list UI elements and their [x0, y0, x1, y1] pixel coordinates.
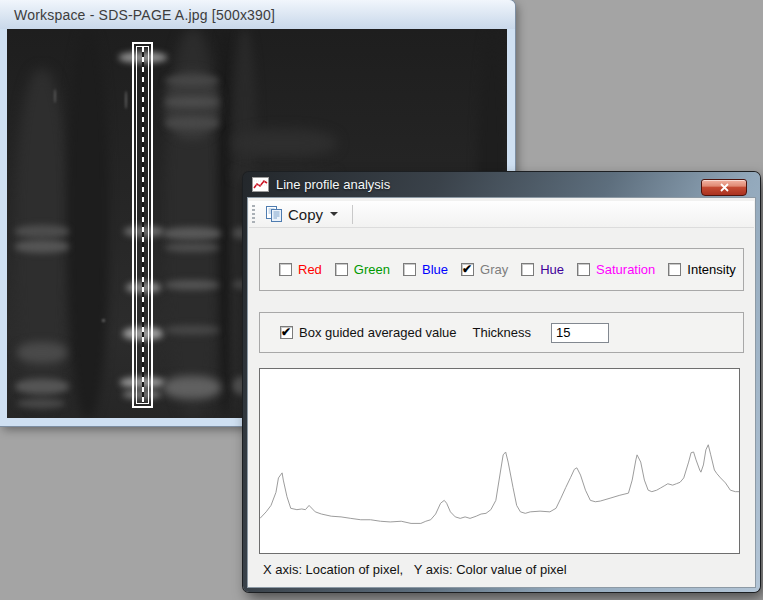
gel-band	[67, 29, 109, 418]
channel-label-saturation[interactable]: Saturation	[596, 262, 655, 277]
gel-band	[165, 76, 219, 85]
toolbar-separator	[352, 205, 353, 224]
checkbox-green[interactable]	[335, 263, 348, 276]
line-chart-icon	[252, 177, 269, 192]
toolbar-grip-icon[interactable]	[252, 205, 255, 223]
channel-item-saturation: Saturation	[577, 262, 655, 277]
channel-label-hue[interactable]: Hue	[540, 262, 564, 277]
checkbox-intensity[interactable]	[668, 263, 681, 276]
gel-band	[165, 325, 219, 335]
gel-band	[15, 379, 69, 394]
dialog-title: Line profile analysis	[276, 177, 390, 192]
channel-item-blue: Blue	[403, 262, 448, 277]
box-guided-group: Box guided averaged value Thickness	[259, 312, 744, 353]
checkbox-gray[interactable]	[461, 263, 474, 276]
profile-line	[260, 445, 739, 524]
gel-band	[15, 240, 69, 253]
gel-band	[15, 225, 69, 238]
gel-band	[165, 117, 219, 129]
profile-selection-box[interactable]	[132, 42, 153, 408]
close-icon	[720, 183, 729, 192]
channel-label-green[interactable]: Green	[354, 262, 390, 277]
close-button[interactable]	[701, 179, 747, 196]
channel-label-red[interactable]: Red	[298, 262, 322, 277]
gel-band	[232, 129, 337, 157]
gel-band	[17, 399, 65, 408]
channel-group: Red Green Blue Gray Hue	[259, 248, 744, 291]
checkbox-hue[interactable]	[521, 263, 534, 276]
checkbox-red[interactable]	[279, 263, 292, 276]
dialog-client-area: Copy Red Green Blue	[247, 197, 756, 588]
workspace-titlebar[interactable]: Workspace - SDS-PAGE A.jpg [500x390]	[0, 0, 515, 29]
channel-item-gray: Gray	[461, 262, 508, 277]
gel-band	[165, 97, 219, 107]
thickness-label: Thickness	[473, 325, 532, 340]
gel-band	[102, 319, 105, 322]
box-guided-label[interactable]: Box guided averaged value	[299, 325, 457, 340]
workspace-title: Workspace - SDS-PAGE A.jpg [500x390]	[14, 7, 275, 23]
gel-band	[125, 91, 127, 109]
channel-item-hue: Hue	[521, 262, 564, 277]
gel-band	[218, 29, 232, 418]
gel-band	[165, 243, 219, 252]
desktop: Workspace - SDS-PAGE A.jpg [500x390] Lin…	[0, 0, 763, 600]
channel-item-green: Green	[335, 262, 390, 277]
channel-item-intensity: Intensity	[668, 262, 735, 277]
checkbox-box-guided[interactable]	[280, 326, 293, 339]
channel-label-gray[interactable]: Gray	[480, 262, 508, 277]
copy-dropdown-icon[interactable]	[330, 212, 338, 216]
checkbox-blue[interactable]	[403, 263, 416, 276]
channel-label-intensity[interactable]: Intensity	[687, 262, 735, 277]
channel-item-red: Red	[279, 262, 322, 277]
selection-dashed-line[interactable]	[142, 47, 144, 403]
gel-band	[54, 89, 56, 103]
gel-band	[163, 376, 221, 399]
copy-button-label: Copy	[288, 206, 323, 223]
gel-band	[17, 342, 67, 363]
checkbox-saturation[interactable]	[577, 263, 590, 276]
axis-status-text: X axis: Location of pixel, Y axis: Color…	[263, 562, 567, 577]
channel-label-blue[interactable]: Blue	[422, 262, 448, 277]
toolbar: Copy	[249, 201, 754, 228]
copy-button[interactable]: Copy	[260, 204, 343, 225]
thickness-input[interactable]	[551, 323, 609, 343]
profile-chart	[259, 368, 740, 554]
line-profile-dialog: Line profile analysis Copy	[243, 172, 760, 592]
copy-icon	[265, 206, 283, 222]
dialog-titlebar[interactable]: Line profile analysis	[247, 172, 756, 197]
gel-band	[163, 227, 221, 240]
gel-band	[165, 280, 219, 290]
